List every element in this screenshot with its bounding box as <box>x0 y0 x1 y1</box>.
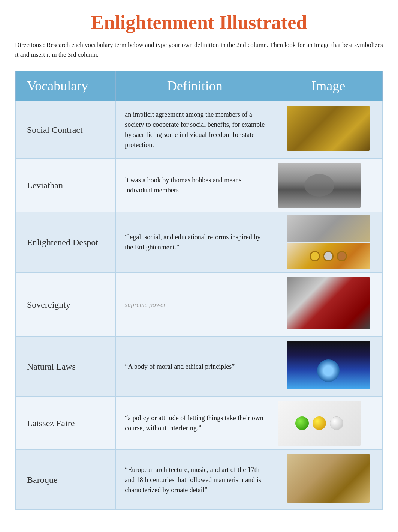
def-natural-laws: “A body of moral and ethical principles” <box>115 337 274 397</box>
table-row: Enlightened Despot “legal, social, and e… <box>15 212 383 273</box>
def-enlightened-despot: “legal, social, and educational reforms … <box>115 212 274 273</box>
def-social-contract: an implicit agreement among the members … <box>115 101 274 159</box>
img-cell-natural-laws <box>274 337 383 397</box>
term-enlightened-despot: Enlightened Despot <box>15 212 115 273</box>
coin-copper <box>337 251 347 261</box>
coin-gold <box>310 251 320 261</box>
term-baroque: Baroque <box>15 450 115 510</box>
img-cell-sovereignty <box>274 273 383 337</box>
table-row: Laissez Faire “a policy or attitude of l… <box>15 397 383 450</box>
image-sovereignty <box>287 277 370 329</box>
image-enlightened-bottom <box>287 243 370 269</box>
col-vocabulary: Vocabulary <box>15 71 115 101</box>
ball-green <box>295 416 309 430</box>
vocabulary-table: Vocabulary Definition Image Social Contr… <box>15 71 383 510</box>
ball-white <box>330 416 343 430</box>
term-laissez-faire: Laissez Faire <box>15 397 115 450</box>
col-definition: Definition <box>115 71 274 101</box>
image-baroque <box>287 454 370 503</box>
term-sovereignty: Sovereignty <box>15 273 115 337</box>
img-cell-social-contract <box>274 101 383 159</box>
img-cell-leviathan <box>274 159 383 212</box>
img-cell-enlightened-despot <box>274 212 383 273</box>
img-cell-baroque <box>274 450 383 510</box>
def-baroque: “European architecture, music, and art o… <box>115 450 274 510</box>
directions-prefix: Directions : Research each vocabulary te… <box>15 41 383 58</box>
def-sovereignty-text: supreme power <box>125 301 166 308</box>
def-sovereignty: supreme power <box>115 273 274 337</box>
image-natural-laws <box>287 341 370 389</box>
table-row: Sovereignty supreme power <box>15 273 383 337</box>
def-leviathan: it was a book by thomas hobbes and means… <box>115 159 274 212</box>
table-row: Natural Laws “A body of moral and ethica… <box>15 337 383 397</box>
image-leviathan <box>278 163 361 208</box>
term-social-contract: Social Contract <box>15 101 115 159</box>
col-image: Image <box>274 71 383 101</box>
directions-text: Directions : Research each vocabulary te… <box>15 40 383 59</box>
page-title: Enlightenment Illustrated <box>15 11 383 33</box>
table-row: Baroque “European architecture, music, a… <box>15 450 383 510</box>
image-social-contract <box>287 106 370 151</box>
image-enlightened-despot <box>277 215 379 269</box>
image-enlightened-top <box>287 215 370 242</box>
img-cell-laissez-faire <box>274 397 383 450</box>
table-row: Social Contract an implicit agreement am… <box>15 101 383 159</box>
table-row: Leviathan it was a book by thomas hobbes… <box>15 159 383 212</box>
ball-yellow <box>313 416 326 430</box>
def-laissez-faire: “a policy or attitude of letting things … <box>115 397 274 450</box>
coin-silver <box>323 251 334 261</box>
image-laissez-faire <box>278 401 361 446</box>
term-natural-laws: Natural Laws <box>15 337 115 397</box>
term-leviathan: Leviathan <box>15 159 115 212</box>
table-header-row: Vocabulary Definition Image <box>15 71 383 101</box>
